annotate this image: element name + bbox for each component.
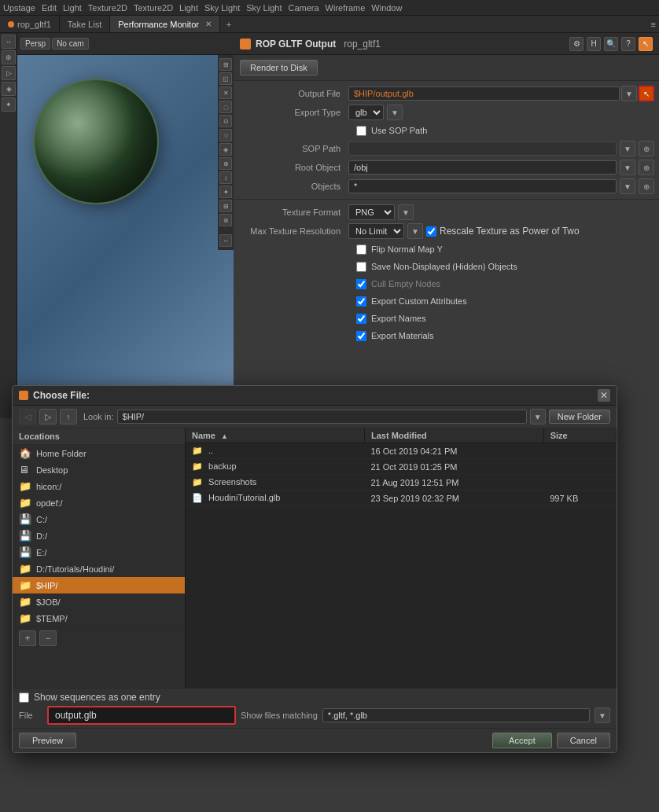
export-custom-checkbox[interactable]	[356, 296, 366, 307]
root-object-icon2[interactable]: ⊕	[639, 160, 654, 175]
side-icon-4[interactable]: ◌	[219, 101, 232, 113]
filter-dropdown-icon[interactable]: ▼	[595, 707, 610, 723]
sop-path-icon2[interactable]: ⊕	[639, 141, 654, 156]
menu-light2[interactable]: Light	[179, 3, 198, 13]
root-object-arrow-icon[interactable]: ▼	[620, 160, 635, 175]
menu-upstage[interactable]: Upstage	[3, 3, 35, 13]
loc-hicon[interactable]: 📁 hicon:/	[13, 478, 185, 494]
dialog-close-button[interactable]: ✕	[598, 389, 610, 402]
output-file-browse-icon[interactable]: ↖	[639, 86, 654, 101]
file-row-dotdot[interactable]: 📁 .. 16 Oct 2019 04:21 PM	[186, 443, 617, 459]
objects-input[interactable]	[348, 179, 617, 193]
max-texture-arrow-icon[interactable]: ▼	[407, 223, 423, 239]
objects-arrow-icon[interactable]: ▼	[620, 178, 635, 194]
show-sequences-label[interactable]: Show sequences as one entry	[34, 692, 160, 703]
export-materials-label[interactable]: Export Materials	[371, 331, 433, 340]
texture-format-select[interactable]: PNG JPEG	[348, 204, 395, 220]
loc-home-folder[interactable]: 🏠 Home Folder	[13, 445, 185, 461]
menu-wireframe[interactable]: Wireframe	[326, 3, 366, 13]
loc-opdef[interactable]: 📁 opdef:/	[13, 494, 185, 511]
accept-button[interactable]: Accept	[492, 733, 552, 748]
export-names-checkbox[interactable]	[356, 314, 366, 324]
loc-temp[interactable]: 📁 $TEMP/	[13, 610, 185, 626]
cull-empty-checkbox[interactable]	[356, 279, 366, 289]
look-in-input[interactable]	[117, 410, 527, 424]
h-icon[interactable]: H	[587, 37, 601, 51]
export-materials-checkbox[interactable]	[356, 331, 366, 341]
menu-camera[interactable]: Camera	[288, 3, 318, 13]
side-icon-7[interactable]: ◈	[219, 143, 232, 156]
side-icon-8[interactable]: ⊕	[219, 157, 232, 170]
objects-icon2[interactable]: ⊕	[639, 178, 654, 194]
nav-forward-button[interactable]: ▷	[39, 409, 57, 424]
menu-texture2[interactable]: Texture2D	[134, 3, 173, 13]
search-icon[interactable]: 🔍	[604, 37, 618, 51]
tab-close-icon[interactable]: ✕	[205, 20, 212, 28]
tab-take-list[interactable]: Take List	[60, 16, 110, 32]
file-row-screenshots[interactable]: 📁 Screenshots 21 Aug 2019 12:51 PM	[186, 475, 617, 491]
loc-c-drive[interactable]: 💾 C:/	[13, 511, 185, 527]
menu-skylight[interactable]: Sky Light	[204, 3, 240, 13]
loc-desktop[interactable]: 🖥 Desktop	[13, 461, 185, 478]
side-icon-11[interactable]: ⊞	[219, 200, 232, 212]
side-icon-9[interactable]: ↕	[219, 171, 232, 184]
flip-normal-label[interactable]: Flip Normal Map Y	[371, 244, 443, 254]
filter-input[interactable]	[322, 708, 590, 722]
max-texture-select[interactable]: No Limit 256 512 1024 2048 4096	[348, 223, 404, 239]
col-size[interactable]: Size	[543, 428, 616, 443]
save-non-displayed-label[interactable]: Save Non-Displayed (Hidden) Objects	[371, 262, 517, 271]
side-icon-10[interactable]: ✦	[219, 186, 232, 198]
file-row-backup[interactable]: 📁 backup 21 Oct 2019 01:25 PM	[186, 459, 617, 475]
file-text-input[interactable]	[47, 706, 236, 725]
lt-icon-3[interactable]: ▷	[2, 66, 16, 80]
tab-add-button[interactable]: +	[220, 16, 237, 32]
menu-window[interactable]: Window	[371, 3, 402, 13]
look-in-dropdown-icon[interactable]: ▼	[530, 409, 546, 424]
preview-button[interactable]: Preview	[19, 733, 76, 748]
loc-hip[interactable]: 📁 $HIP/	[13, 577, 185, 593]
side-icon-6[interactable]: ☆	[219, 129, 232, 141]
tab-performance-monitor[interactable]: Performance Monitor ✕	[110, 16, 220, 32]
menu-texture[interactable]: Texture2D	[88, 3, 127, 13]
export-custom-label[interactable]: Export Custom Attributes	[371, 296, 467, 306]
new-folder-button[interactable]: New Folder	[549, 410, 610, 424]
lt-icon-4[interactable]: ◈	[2, 82, 16, 96]
cancel-button[interactable]: Cancel	[557, 733, 610, 748]
side-icon-1[interactable]: ⊞	[219, 58, 232, 71]
pointer-icon[interactable]: ↖	[639, 37, 653, 51]
lt-icon-1[interactable]: ↔	[2, 35, 16, 49]
side-icon-2[interactable]: ◱	[219, 72, 232, 85]
rescale-label[interactable]: Rescale Texture as Power of Two	[440, 226, 580, 237]
col-modified[interactable]: Last Modified	[364, 428, 543, 443]
loc-tutorials[interactable]: 📁 D:/Tutorials/Houdini/	[13, 560, 185, 577]
cull-empty-label[interactable]: Cull Empty Nodes	[371, 279, 440, 288]
tab-rop-gltf1[interactable]: rop_gltf1	[0, 16, 60, 32]
menu-skylight2[interactable]: Sky Light	[246, 3, 282, 13]
side-icon-12[interactable]: ⊛	[219, 214, 232, 226]
show-sequences-checkbox[interactable]	[19, 693, 29, 703]
flip-normal-checkbox[interactable]	[356, 244, 366, 255]
nav-back-button[interactable]: ◁	[19, 409, 36, 424]
loc-remove-button[interactable]: −	[39, 630, 57, 646]
lt-icon-5[interactable]: ✦	[2, 97, 16, 112]
export-type-arrow-icon[interactable]: ▼	[387, 105, 403, 120]
use-sop-path-checkbox[interactable]	[356, 126, 366, 136]
sop-path-arrow-icon[interactable]: ▼	[620, 141, 635, 156]
loc-d-drive[interactable]: 💾 D:/	[13, 527, 185, 544]
rescale-checkbox[interactable]	[426, 226, 436, 237]
loc-job[interactable]: 📁 $JOB/	[13, 593, 185, 610]
menu-edit[interactable]: Edit	[42, 3, 57, 13]
loc-add-button[interactable]: +	[19, 630, 36, 646]
export-names-label[interactable]: Export Names	[371, 314, 426, 323]
use-sop-path-label[interactable]: Use SOP Path	[371, 126, 427, 135]
side-icon-5[interactable]: ⊙	[219, 115, 232, 127]
col-name[interactable]: Name ▲	[186, 428, 364, 443]
side-icon-3[interactable]: ✕	[219, 86, 232, 99]
root-object-input[interactable]	[348, 160, 617, 175]
cam-button[interactable]: No cam	[52, 38, 88, 50]
nav-up-button[interactable]: ↑	[60, 409, 77, 424]
loc-e-drive[interactable]: 💾 E:/	[13, 544, 185, 560]
export-type-select[interactable]: glb gltf	[348, 105, 384, 120]
menu-light[interactable]: Light	[63, 3, 82, 13]
side-icon-13[interactable]: ↔	[219, 234, 232, 247]
